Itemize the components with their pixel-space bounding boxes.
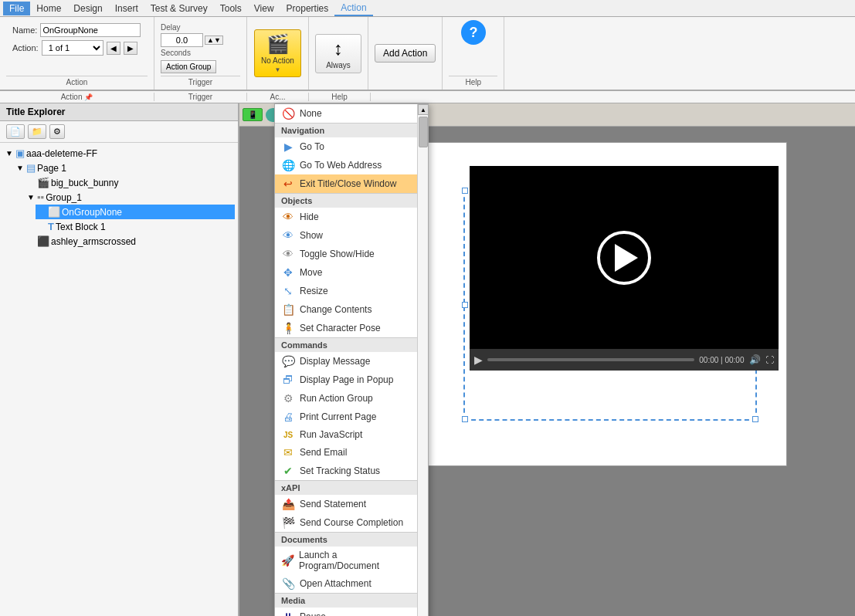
tree-toggle-group1[interactable]: ▼	[26, 193, 36, 201]
tree-item-video[interactable]: 🎬 big_buck_bunny	[25, 175, 235, 190]
dropdown-item-goto[interactable]: ▶ Go To	[275, 137, 417, 156]
gotowebaddress-label: Go To Web Address	[300, 160, 382, 171]
dropdown-section-documents: Documents	[275, 532, 417, 547]
dropdown-item-changecontents[interactable]: 📋 Change Contents	[275, 300, 417, 319]
tree-item-group1[interactable]: ▼ ▪▪ Group_1	[25, 190, 235, 205]
tree-item-root[interactable]: ▼ ▣ aaa-deleteme-FF	[3, 146, 235, 161]
add-action-button[interactable]: Add Action	[375, 44, 436, 63]
dropdown-item-runjavascript[interactable]: JS Run JavaScript	[275, 426, 417, 443]
pause-icon: ⏸	[281, 611, 295, 616]
changecontents-icon: 📋	[281, 303, 295, 316]
sidebar-title: Title Explorer	[6, 107, 65, 117]
hide-label: Hide	[300, 212, 319, 222]
seconds-label: Seconds	[161, 49, 191, 57]
action-select[interactable]: 1 of 1	[42, 40, 103, 56]
help-button[interactable]: ?	[461, 20, 486, 45]
scroll-up-btn[interactable]: ▲	[418, 104, 429, 115]
sidebar-settings-btn[interactable]: ⚙	[49, 124, 65, 139]
fullscreen-icon[interactable]: ⛶	[765, 355, 774, 364]
runactiongroup-icon: ⚙	[281, 392, 295, 404]
tree-label-ashley: ashley_armscrossed	[51, 236, 136, 247]
menu-properties[interactable]: Properties	[280, 2, 335, 15]
no-action-button[interactable]: 🎬 No Action ▼	[254, 29, 301, 77]
menu-view[interactable]: View	[248, 2, 280, 15]
dropdown-item-sendemail[interactable]: ✉ Send Email	[275, 443, 417, 462]
always-button[interactable]: ↕ Always	[315, 34, 361, 73]
dropdown-item-toggleshowhide[interactable]: 👁 Toggle Show/Hide	[275, 245, 417, 263]
runactiongroup-label: Run Action Group	[300, 393, 373, 404]
action-info: Name: Action: 1 of 1 ◀ ▶	[6, 20, 147, 59]
no-action-label: No Action	[261, 56, 294, 65]
tree-item-ongroupnone[interactable]: ⬜ OnGroupNone	[36, 205, 235, 219]
dropdown-item-resize[interactable]: ⤡ Resize	[275, 282, 417, 300]
tree-icon-folder: ▣	[15, 147, 25, 159]
video-play-btn[interactable]: ▶	[474, 354, 483, 366]
dropdown-item-pause[interactable]: ⏸ Pause	[275, 608, 417, 616]
dropdown-item-move[interactable]: ✥ Move	[275, 263, 417, 282]
name-input[interactable]	[40, 23, 141, 37]
tree-label-textblock: Text Block 1	[56, 222, 106, 232]
tree-item-page1[interactable]: ▼ ▤ Page 1	[14, 161, 235, 175]
launchprogram-label: Launch a Program/Document	[299, 550, 411, 571]
sidebar-folder-btn[interactable]: 📁	[28, 124, 46, 139]
sidebar-new-btn[interactable]: 📄	[6, 124, 25, 139]
dropdown-item-displaypageinpopup[interactable]: 🗗 Display Page in Popup	[275, 371, 417, 389]
section-pin-icon[interactable]: 📌	[84, 93, 93, 101]
menu-file[interactable]: File	[3, 2, 30, 15]
dropdown-item-sendcoursecompletion[interactable]: 🏁 Send Course Completion	[275, 513, 417, 532]
delay-spinner[interactable]: ▲▼	[205, 36, 223, 45]
dropdown-item-sendstatement[interactable]: 📤 Send Statement	[275, 495, 417, 513]
video-progress-bar[interactable]	[487, 358, 695, 361]
dropdown-scrollbar: ▲ ▼	[417, 104, 428, 616]
ribbon: Name: Action: 1 of 1 ◀ ▶ Action Delay ▲▼…	[0, 17, 855, 91]
action-prev-btn[interactable]: ◀	[107, 42, 120, 55]
dropdown-item-none[interactable]: 🚫 None	[275, 104, 417, 123]
menu-test-survey[interactable]: Test & Survey	[144, 2, 214, 15]
menu-design[interactable]: Design	[67, 2, 108, 15]
action-group-button[interactable]: Action Group	[161, 60, 216, 73]
menu-home[interactable]: Home	[30, 2, 67, 15]
dropdown-item-show[interactable]: 👁 Show	[275, 226, 417, 245]
handle-br[interactable]	[752, 416, 758, 422]
dropdown-item-openattachment[interactable]: 📎 Open Attachment	[275, 574, 417, 593]
tree-toggle-root[interactable]: ▼	[5, 149, 14, 157]
dropdown-item-settrackingstatus[interactable]: ✔ Set Tracking Status	[275, 462, 417, 480]
action-label: Action:	[12, 43, 39, 52]
tree-indent-group1: ▼ ▪▪ Group_1 ⬜ OnGroupNone	[14, 190, 235, 234]
dropdown-item-displaymessage[interactable]: 💬 Display Message	[275, 352, 417, 371]
video-screen[interactable]	[470, 166, 779, 349]
handle-ml[interactable]	[462, 302, 468, 308]
ribbon-sections-row: Action 📌 Trigger Ac... Help	[0, 91, 855, 103]
always-label: Always	[326, 61, 351, 69]
exittitle-icon: ↩	[281, 178, 295, 190]
gotowebaddress-icon: 🌐	[281, 159, 295, 171]
no-action-arrow-icon: ▼	[275, 66, 281, 73]
menu-action[interactable]: Action	[334, 1, 372, 16]
play-circle[interactable]	[597, 231, 651, 285]
tree-toggle-page1[interactable]: ▼	[15, 164, 25, 172]
dropdown-item-runactiongroup[interactable]: ⚙ Run Action Group	[275, 389, 417, 408]
handle-bl[interactable]	[462, 416, 468, 422]
device-tablet-btn[interactable]: 📱	[243, 108, 263, 121]
no-action-icon: 🎬	[266, 33, 290, 55]
action-group-btn-row: Action Group	[161, 60, 216, 73]
handle-tl[interactable]	[462, 188, 468, 194]
menu-insert[interactable]: Insert	[109, 2, 144, 15]
action-next-btn[interactable]: ▶	[124, 42, 137, 55]
scroll-track	[418, 115, 428, 616]
tree-icon-textblock: T	[48, 221, 54, 232]
sendcoursecompletion-label: Send Course Completion	[300, 517, 403, 528]
scroll-thumb[interactable]	[419, 117, 428, 147]
volume-icon[interactable]: 🔊	[749, 354, 761, 365]
dropdown-item-gotowebaddress[interactable]: 🌐 Go To Web Address	[275, 156, 417, 174]
dropdown-item-exittitle[interactable]: ↩ Exit Title/Close Window	[275, 174, 417, 193]
dropdown-item-launchprogram[interactable]: 🚀 Launch a Program/Document	[275, 547, 417, 574]
menu-tools[interactable]: Tools	[214, 2, 248, 15]
dropdown-item-setcharacterpose[interactable]: 🧍 Set Character Pose	[275, 319, 417, 337]
dropdown-item-printcurrentpage[interactable]: 🖨 Print Current Page	[275, 408, 417, 426]
tree-label-root: aaa-deleteme-FF	[26, 148, 97, 159]
tree-item-ashley[interactable]: ⬛ ashley_armscrossed	[25, 234, 235, 249]
dropdown-item-hide[interactable]: 👁 Hide	[275, 208, 417, 226]
delay-input[interactable]	[161, 33, 203, 47]
tree-item-textblock[interactable]: T Text Block 1	[36, 219, 235, 234]
